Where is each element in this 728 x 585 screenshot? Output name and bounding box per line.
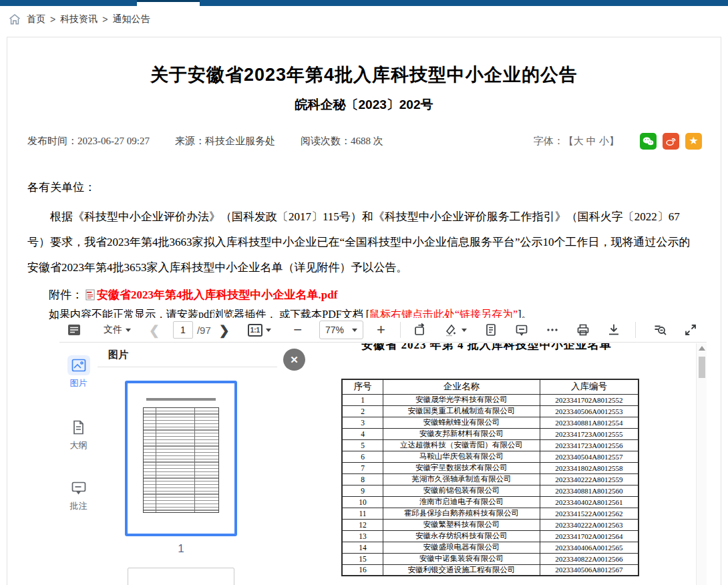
chevron-down-icon	[266, 329, 271, 332]
close-icon[interactable]: ✕	[283, 349, 305, 371]
table-row: 15安徽中诺集装袋有限公司2023340822A0012566	[342, 553, 639, 564]
pdf-file-icon	[85, 289, 96, 301]
table-cell: 3	[342, 417, 383, 428]
table-row: 14安徽盛琅电器有限公司2023340406A0012565	[342, 542, 639, 553]
sidebar-toggle-icon[interactable]	[67, 323, 81, 337]
pdf-viewer: 文件 ❮ /97 ❯ 1:1 − 77% +	[59, 318, 707, 585]
table-cell: 2023340504A8012557	[540, 451, 639, 462]
next-page-button[interactable]: ❯	[219, 323, 230, 338]
rail-item-label: 批注	[70, 500, 87, 512]
table-header-cell: 企业名称	[383, 379, 540, 394]
table-cell: 2023340881A8012554	[540, 417, 639, 428]
table-row: 9安徽前锦包装有限公司2023340881A8012560	[342, 485, 639, 496]
favorite-star-icon[interactable]: ★	[685, 133, 702, 150]
table-row: 7安徽宇呈数据技术有限公司2023341802A8012558	[342, 462, 639, 473]
pdf-table-body: 1安徽晟华光学科技有限公司2023341702A80125522安徽国奥重工机械…	[342, 394, 639, 576]
rail-item-label: 大纲	[70, 439, 87, 451]
table-cell: 安徽利银交通设施工程有限公司	[383, 564, 540, 576]
table-row: 4安徽友邦新材料有限公司2023341723A0012555	[342, 428, 639, 439]
table-cell: 安徽前锦包装有限公司	[383, 485, 540, 496]
zoom-level-select[interactable]: 77%	[319, 321, 363, 339]
table-cell: 立达超微科技（安徽青阳）有限公司	[383, 439, 540, 451]
article-body: 各有关单位： 根据《科技型中小企业评价办法》（国科发政〔2017〕115号）和《…	[27, 175, 701, 280]
breadcrumb-item-news[interactable]: 科技资讯	[60, 13, 98, 25]
table-cell: 安徽永存纺织科技有限公司	[383, 530, 540, 542]
company-table: 序号企业名称入库编号 1安徽晟华光学科技有限公司2023341702A80125…	[341, 379, 639, 576]
table-cell: 2023340402A8012561	[540, 496, 639, 508]
fullscreen-icon[interactable]	[684, 323, 697, 337]
highlight-color-icon[interactable]	[444, 323, 458, 337]
pdf-scrollbar[interactable]	[696, 343, 707, 585]
scrollbar-thumb[interactable]	[699, 357, 705, 378]
pdf-page-title: 安徽省 2023 年第 4 批入库科技型中小企业名单	[277, 343, 696, 353]
table-cell: 2023341723A0012556	[540, 439, 639, 451]
pdf-document-area: ✕ 安徽省 2023 年第 4 批入库科技型中小企业名单 序号企业名称入库编号 …	[277, 343, 696, 585]
view-count: 阅读次数：4688 次	[301, 135, 383, 148]
rail-item-annotations[interactable]: 批注	[59, 478, 98, 512]
print-icon[interactable]	[576, 323, 590, 337]
table-cell: 10	[342, 496, 383, 508]
page-number-input[interactable]	[173, 321, 193, 339]
more-icon[interactable]	[546, 323, 559, 337]
table-cell: 安徽盛琅电器有限公司	[383, 542, 540, 553]
page: 首页 > 科技资讯 > 通知公告 关于安徽省2023年第4批入库科技型中小企业的…	[0, 0, 728, 585]
breadcrumb-item-home[interactable]: 首页	[27, 13, 45, 25]
breadcrumb: 首页 > 科技资讯 > 通知公告	[0, 6, 728, 33]
table-row: 1安徽晟华光学科技有限公司2023341702A8012552	[342, 394, 639, 405]
table-cell: 2023341702A8012552	[540, 394, 639, 405]
content-panel: 关于安徽省2023年第4批入库科技型中小企业的公告 皖科企秘〔2023〕202号…	[7, 37, 721, 585]
rail-item-label: 图片	[70, 377, 87, 389]
wechat-icon[interactable]	[640, 133, 657, 150]
breadcrumb-item-notices[interactable]: 通知公告	[112, 13, 150, 25]
rail-item-images[interactable]: 图片	[59, 355, 98, 389]
page-title: 关于安徽省2023年第4批入库科技型中小企业的公告	[7, 63, 721, 87]
table-cell: 安徽宇呈数据技术有限公司	[383, 462, 540, 473]
table-cell: 安徽蜂献蜂业有限公司	[383, 417, 540, 428]
document-number: 皖科企秘〔2023〕202号	[7, 96, 721, 114]
table-cell: 13	[342, 530, 383, 542]
rail-item-outline[interactable]: 大纲	[59, 417, 98, 451]
table-cell: 1	[342, 394, 383, 405]
search-icon[interactable]	[653, 323, 667, 337]
weibo-icon[interactable]	[663, 133, 679, 150]
breadcrumb-separator: >	[50, 14, 55, 25]
table-cell: 2023340222A8012559	[540, 473, 639, 485]
notes-icon[interactable]	[484, 323, 498, 337]
publish-time: 发布时间：2023-06-27 09:27	[27, 135, 150, 148]
thumbnail-mini-table	[143, 407, 219, 513]
pdf-side-rail: 图片 大纲 批注	[59, 343, 98, 585]
table-header-cell: 入库编号	[540, 379, 639, 394]
scroll-up-arrow-icon[interactable]	[699, 346, 705, 351]
zoom-out-button[interactable]: −	[293, 323, 302, 337]
zoom-mode-button[interactable]: 1:1	[248, 324, 271, 337]
table-row: 3安徽蜂献蜂业有限公司2023340881A8012554	[342, 417, 639, 428]
attachment-pdf-link[interactable]: 安徽省2023年第4批入库科技型中小企业名单.pdf	[97, 287, 337, 303]
table-cell: 8	[342, 473, 383, 485]
page-thumbnail-2[interactable]	[128, 568, 234, 585]
zoom-in-button[interactable]: +	[377, 323, 385, 337]
file-menu-button[interactable]: 文件	[104, 324, 131, 336]
thumbnail-mini-title	[146, 398, 216, 401]
table-cell: 7	[342, 462, 383, 473]
home-icon[interactable]	[8, 13, 21, 26]
image-icon	[67, 355, 90, 375]
download-icon[interactable]	[607, 323, 620, 337]
toolbar-divider	[400, 322, 401, 338]
table-header-cell: 序号	[342, 379, 383, 394]
page-thumbnail-1[interactable]	[125, 381, 237, 536]
table-cell: 安徽繁塑科技有限公司	[383, 519, 540, 530]
table-cell: 霍邱县保珍白鹅养殖科技有限公司	[383, 508, 540, 519]
table-row: 16安徽利银交通设施工程有限公司2023340506A8012567	[342, 564, 639, 576]
top-blue-bar	[0, 0, 728, 6]
rotate-icon[interactable]	[413, 323, 427, 337]
table-cell: 5	[342, 439, 383, 451]
table-cell: 6	[342, 451, 383, 462]
comment-icon[interactable]	[515, 323, 528, 337]
font-size-switcher[interactable]: 字体：【大 中 小】	[534, 135, 619, 148]
table-cell: 淮南市启迪电子有限公司	[383, 496, 540, 508]
table-cell: 2023341522A0012562	[540, 508, 639, 519]
table-cell: 12	[342, 519, 383, 530]
prev-page-button[interactable]: ❮	[149, 323, 160, 338]
chevron-down-icon[interactable]	[462, 329, 467, 332]
thumbnail-page-number: 1	[125, 542, 237, 556]
